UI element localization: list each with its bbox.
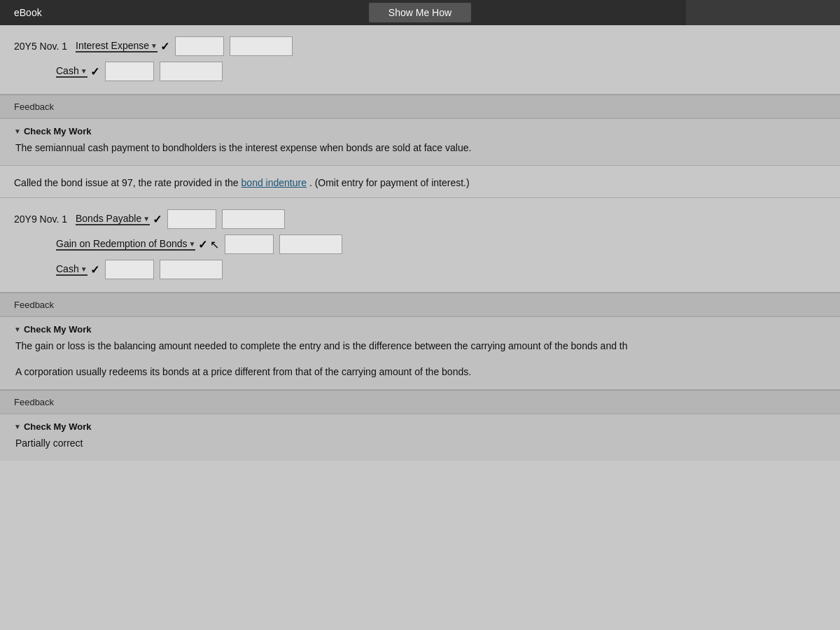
check-my-work-label-1: Check My Work <box>24 126 92 136</box>
top-bar: eBook Show Me How <box>0 0 840 25</box>
feedback-label-2: Feedback <box>14 300 54 310</box>
input-pair-4 <box>225 234 342 254</box>
problem-text-2a: Called the bond issue at 97, the rate pr… <box>14 177 239 188</box>
cash-select-1[interactable]: Cash ▼ <box>56 65 88 78</box>
triangle-icon-3: ▼ <box>14 423 21 430</box>
checkmark-5: ✓ <box>90 263 99 276</box>
ebook-label: eBook <box>0 7 154 18</box>
gain-redemption-select[interactable]: Gain on Redemption of Bonds ▼ <box>56 238 195 251</box>
problem-statement-2: Called the bond issue at 97, the rate pr… <box>0 166 840 197</box>
input-pair-3 <box>167 209 285 229</box>
feedback-section-1: Feedback <box>0 94 840 118</box>
cash-select-2[interactable]: Cash ▼ <box>56 263 88 276</box>
check-my-work-label-3: Check My Work <box>24 421 92 432</box>
feedback-section-3: Feedback <box>0 390 840 413</box>
interest-expense-select[interactable]: Interest Expense ▼ <box>76 40 158 52</box>
journal-row-cash-2: Cash ▼ ✓ <box>56 260 826 279</box>
journal-row-bonds-payable: 20Y9 Nov. 1 Bonds Payable ▼ ✓ <box>14 209 826 229</box>
input-pair-1 <box>175 36 293 56</box>
cash-label-2: Cash <box>56 263 79 274</box>
bonds-payable-label: Bonds Payable <box>76 213 141 224</box>
input-debit-1[interactable] <box>175 36 224 56</box>
account-wrapper-interest: Interest Expense ▼ ✓ <box>76 40 169 53</box>
check-my-work-section-1: ▼ Check My Work The semiannual cash paym… <box>0 118 840 165</box>
checkmark-3: ✓ <box>153 213 162 226</box>
feedback-label-3: Feedback <box>14 397 54 407</box>
triangle-icon-1: ▼ <box>14 127 21 135</box>
checkmark-1: ✓ <box>160 40 169 53</box>
date-20y9: 20Y9 Nov. 1 <box>14 214 70 225</box>
input-credit-3[interactable] <box>222 209 285 229</box>
journal-row-gain-redemption: Gain on Redemption of Bonds ▼ ✓ ↖ <box>56 234 826 254</box>
dropdown-arrow-5: ▼ <box>80 265 88 273</box>
bonds-payable-select[interactable]: Bonds Payable ▼ <box>76 213 150 225</box>
journal-row-cash-1: Cash ▼ ✓ <box>56 62 826 81</box>
checkmark-2: ✓ <box>90 65 99 78</box>
input-debit-2[interactable] <box>105 62 154 81</box>
input-debit-4[interactable] <box>225 234 274 254</box>
input-credit-4[interactable] <box>279 234 342 254</box>
account-wrapper-bonds: Bonds Payable ▼ ✓ <box>76 213 162 226</box>
show-me-how-button[interactable]: Show Me How <box>369 3 471 22</box>
interest-expense-label: Interest Expense <box>76 40 149 51</box>
feedback-section-2: Feedback <box>0 293 840 316</box>
bond-indenture-link[interactable]: bond indenture <box>241 177 307 188</box>
section-20y9: 20Y9 Nov. 1 Bonds Payable ▼ ✓ Gain on Re… <box>0 198 840 292</box>
check-my-work-header-1: ▼ Check My Work <box>14 126 826 136</box>
check-my-work-header-2: ▼ Check My Work <box>14 324 826 335</box>
top-bar-right <box>686 0 840 25</box>
input-credit-1[interactable] <box>230 36 293 56</box>
dropdown-arrow-4: ▼ <box>189 240 196 248</box>
input-credit-5[interactable] <box>160 260 223 279</box>
cursor-icon: ↖ <box>210 238 219 251</box>
dropdown-arrow-3: ▼ <box>143 215 150 223</box>
section-20y5: 20Y5 Nov. 1 Interest Expense ▼ ✓ Cash ▼ … <box>0 25 840 94</box>
check-my-work-text-1: The semiannual cash payment to bondholde… <box>14 141 826 155</box>
cash-label-1: Cash <box>56 65 79 76</box>
top-bar-center: Show Me How <box>154 3 686 22</box>
gain-redemption-label: Gain on Redemption of Bonds <box>56 238 188 249</box>
account-wrapper-cash-2: Cash ▼ ✓ <box>56 263 99 276</box>
check-my-work-text-2a: The gain or loss is the balancing amount… <box>14 339 826 354</box>
feedback-label-1: Feedback <box>14 102 54 112</box>
account-wrapper-gain: Gain on Redemption of Bonds ▼ ✓ ↖ <box>56 238 219 251</box>
account-wrapper-cash-1: Cash ▼ ✓ <box>56 65 99 78</box>
partially-correct-text: Partially correct <box>14 436 826 451</box>
input-debit-3[interactable] <box>167 209 216 229</box>
input-debit-5[interactable] <box>105 260 154 279</box>
dropdown-arrow-2: ▼ <box>80 67 88 75</box>
dropdown-arrow-1: ▼ <box>150 42 158 50</box>
problem-text-2b: . (Omit entry for payment of interest.) <box>309 177 470 188</box>
checkmark-4: ✓ <box>198 238 207 251</box>
journal-row-interest-expense: 20Y5 Nov. 1 Interest Expense ▼ ✓ <box>14 36 826 56</box>
check-my-work-section-3: ▼ Check My Work Partially correct <box>0 414 840 461</box>
check-my-work-label-2: Check My Work <box>24 324 92 335</box>
input-credit-2[interactable] <box>160 62 223 81</box>
check-my-work-text-2b: A corporation usually redeems its bonds … <box>14 365 826 379</box>
input-pair-5 <box>105 260 223 279</box>
date-20y5: 20Y5 Nov. 1 <box>14 41 70 52</box>
input-pair-2 <box>105 62 223 81</box>
check-my-work-header-3: ▼ Check My Work <box>14 421 826 432</box>
check-my-work-section-2: ▼ Check My Work The gain or loss is the … <box>0 316 840 389</box>
triangle-icon-2: ▼ <box>14 326 21 333</box>
